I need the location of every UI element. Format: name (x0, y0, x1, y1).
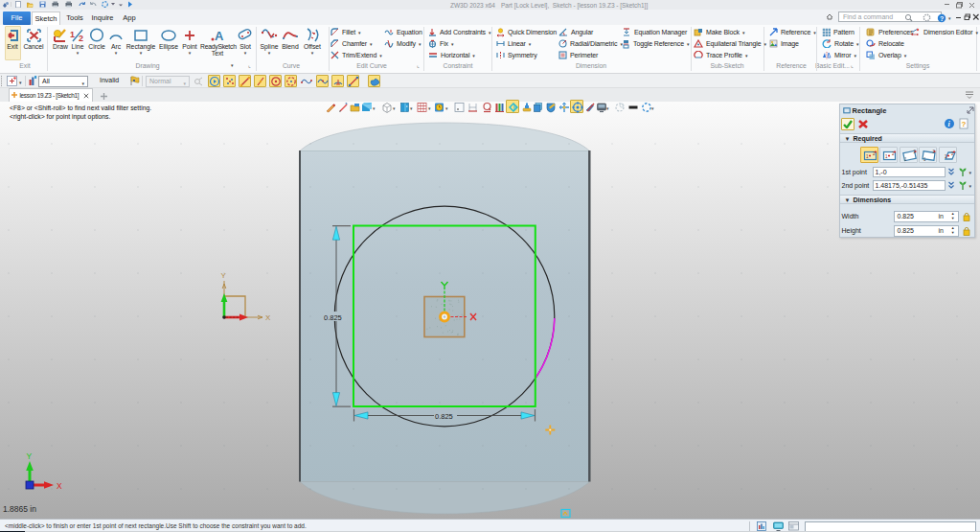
svg-text:X: X (57, 481, 62, 491)
svg-text:Y: Y (221, 271, 227, 280)
svg-text:0.825: 0.825 (324, 313, 342, 322)
svg-text:0.825: 0.825 (435, 412, 453, 421)
svg-text:?: ? (940, 15, 944, 22)
svg-text:?: ? (961, 120, 966, 128)
svg-text:1: 1 (70, 30, 75, 39)
svg-text:A: A (215, 29, 224, 41)
svg-text:Y: Y (27, 451, 33, 461)
svg-text:X: X (265, 313, 271, 322)
